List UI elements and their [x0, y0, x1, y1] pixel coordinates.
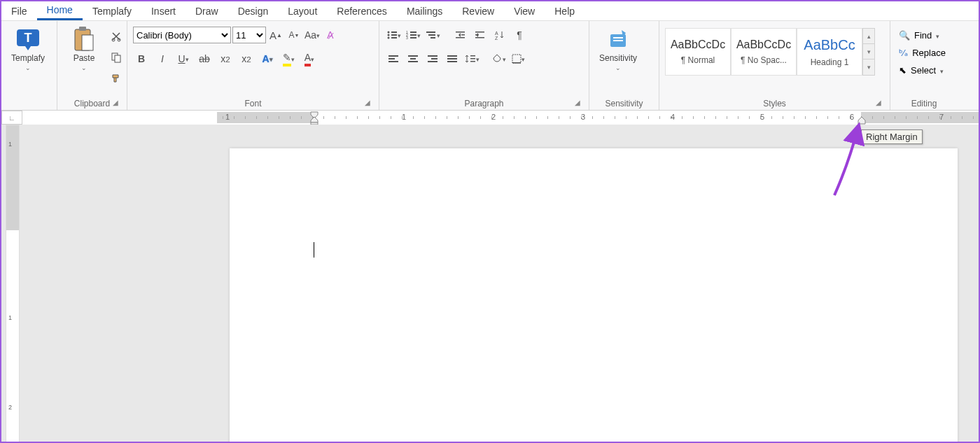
- svg-rect-50: [613, 40, 623, 41]
- cursor-icon: ⬉: [899, 65, 906, 76]
- bullets-button[interactable]: ▾: [385, 27, 402, 43]
- subscript-button[interactable]: x2: [217, 50, 234, 67]
- svg-rect-44: [470, 58, 475, 59]
- clipboard-launcher[interactable]: ◢: [111, 99, 120, 107]
- borders-button[interactable]: ▾: [510, 50, 526, 67]
- chevron-down-icon: ⌄: [81, 64, 87, 71]
- svg-rect-40: [447, 55, 457, 57]
- text-effects-button[interactable]: A▾: [259, 50, 276, 67]
- svg-rect-38: [431, 58, 438, 59]
- highlight-button[interactable]: ✎▾: [280, 50, 297, 67]
- tab-selector[interactable]: ∟: [1, 111, 22, 125]
- styles-down-icon[interactable]: ▾: [863, 44, 874, 59]
- justify-button[interactable]: [444, 50, 461, 67]
- svg-rect-21: [428, 34, 435, 36]
- ruler-number: 1: [225, 113, 230, 121]
- menu-design[interactable]: Design: [228, 3, 279, 20]
- replace-button[interactable]: ᵇ⁄ₐ Replace: [896, 45, 948, 60]
- ruler-number: 7: [939, 113, 944, 121]
- templafy-button[interactable]: T Templafy ⌄: [7, 24, 49, 73]
- shading-button[interactable]: ▾: [490, 50, 507, 67]
- font-launcher[interactable]: ◢: [363, 99, 372, 107]
- find-button[interactable]: 🔍 Find ▾: [896, 28, 942, 43]
- paragraph-launcher[interactable]: ◢: [573, 99, 582, 107]
- font-name-select[interactable]: Calibri (Body): [133, 27, 231, 43]
- show-marks-button[interactable]: ¶: [511, 27, 528, 43]
- copy-button[interactable]: [108, 49, 125, 66]
- menu-draw[interactable]: Draw: [186, 3, 228, 20]
- svg-rect-39: [428, 61, 438, 62]
- document-page[interactable]: [230, 148, 958, 443]
- style-normal[interactable]: AaBbCcDc ¶ Normal: [665, 28, 731, 76]
- menu-mailings[interactable]: Mailings: [397, 3, 452, 20]
- style-heading-1[interactable]: AaBbCc Heading 1: [797, 28, 862, 76]
- underline-button[interactable]: U▾: [175, 50, 192, 67]
- align-right-button[interactable]: [424, 50, 441, 67]
- superscript-button[interactable]: x2: [238, 50, 255, 67]
- change-case-button[interactable]: Aa▾: [304, 27, 321, 43]
- styles-gallery-nav[interactable]: ▴ ▾ ▾: [862, 28, 875, 76]
- styles-more-icon[interactable]: ▾: [863, 59, 874, 75]
- group-clipboard: Paste ⌄ Clipboard ◢: [57, 21, 127, 110]
- menu-help[interactable]: Help: [545, 3, 584, 20]
- multilevel-list-button[interactable]: ▾: [424, 27, 441, 43]
- svg-rect-15: [410, 31, 416, 33]
- align-left-button[interactable]: [385, 50, 402, 67]
- font-size-select[interactable]: 11: [232, 27, 266, 43]
- cut-button[interactable]: [108, 28, 125, 45]
- group-sensitivity-label: Sensitivity: [595, 97, 653, 108]
- svg-rect-27: [475, 34, 479, 36]
- line-spacing-button[interactable]: ▾: [463, 50, 480, 67]
- svg-text:T: T: [24, 31, 32, 45]
- templafy-label: Templafy: [11, 53, 45, 63]
- menu-home[interactable]: Home: [37, 1, 83, 20]
- style-preview: AaBbCcDc: [736, 38, 791, 51]
- svg-rect-32: [388, 58, 395, 59]
- vertical-ruler[interactable]: 1 1 2: [6, 125, 20, 443]
- bold-button[interactable]: B: [133, 50, 150, 67]
- menu-file[interactable]: File: [1, 3, 37, 20]
- menu-review[interactable]: Review: [452, 3, 504, 20]
- menu-insert[interactable]: Insert: [141, 3, 186, 20]
- sensitivity-button[interactable]: Sensitivity ⌄: [595, 24, 641, 73]
- select-button[interactable]: ⬉ Select ▾: [896, 63, 946, 78]
- sort-button[interactable]: AZ: [491, 27, 508, 43]
- svg-rect-28: [475, 37, 484, 38]
- svg-rect-37: [428, 55, 438, 57]
- menu-references[interactable]: References: [327, 3, 397, 20]
- group-editing: 🔍 Find ▾ ᵇ⁄ₐ Replace ⬉ Select ▾ Editing: [890, 21, 958, 110]
- shrink-font-button[interactable]: A▼: [286, 27, 302, 43]
- increase-indent-button[interactable]: [472, 27, 489, 43]
- vruler-number: 2: [8, 404, 12, 411]
- horizontal-ruler-area: ∟ 1 1 2 3 4 5 6 7: [1, 111, 979, 125]
- menu-view[interactable]: View: [504, 3, 545, 20]
- styles-launcher[interactable]: ◢: [874, 99, 883, 107]
- menu-templafy[interactable]: Templafy: [83, 3, 141, 20]
- svg-rect-13: [391, 37, 397, 38]
- grow-font-button[interactable]: A▲: [267, 27, 284, 43]
- style-no-spacing[interactable]: AaBbCcDc ¶ No Spac...: [731, 28, 797, 76]
- replace-icon: ᵇ⁄ₐ: [899, 48, 908, 58]
- group-styles: AaBbCcDc ¶ Normal AaBbCcDc ¶ No Spac... …: [659, 21, 890, 110]
- svg-rect-22: [430, 37, 435, 38]
- horizontal-ruler[interactable]: 1 1 2 3 4 5 6 7: [22, 111, 979, 125]
- paste-button[interactable]: Paste ⌄: [63, 24, 105, 73]
- search-icon: 🔍: [899, 30, 910, 41]
- menu-layout[interactable]: Layout: [278, 3, 327, 20]
- align-center-button[interactable]: [405, 50, 421, 67]
- ruler-number: 2: [491, 113, 496, 121]
- format-painter-button[interactable]: [108, 70, 125, 87]
- svg-rect-45: [470, 61, 475, 62]
- styles-up-icon[interactable]: ▴: [863, 29, 874, 44]
- font-color-button[interactable]: A▾: [301, 50, 318, 67]
- svg-rect-9: [391, 31, 397, 33]
- paste-label: Paste: [74, 53, 95, 63]
- strikethrough-button[interactable]: ab: [196, 50, 213, 67]
- clear-formatting-button[interactable]: A̷: [322, 27, 339, 43]
- decrease-indent-button[interactable]: [452, 27, 469, 43]
- italic-button[interactable]: I: [154, 50, 171, 67]
- svg-rect-20: [426, 31, 435, 33]
- style-name: ¶ No Spac...: [741, 55, 787, 65]
- numbering-button[interactable]: 123▾: [405, 27, 421, 43]
- svg-text:A: A: [495, 31, 498, 36]
